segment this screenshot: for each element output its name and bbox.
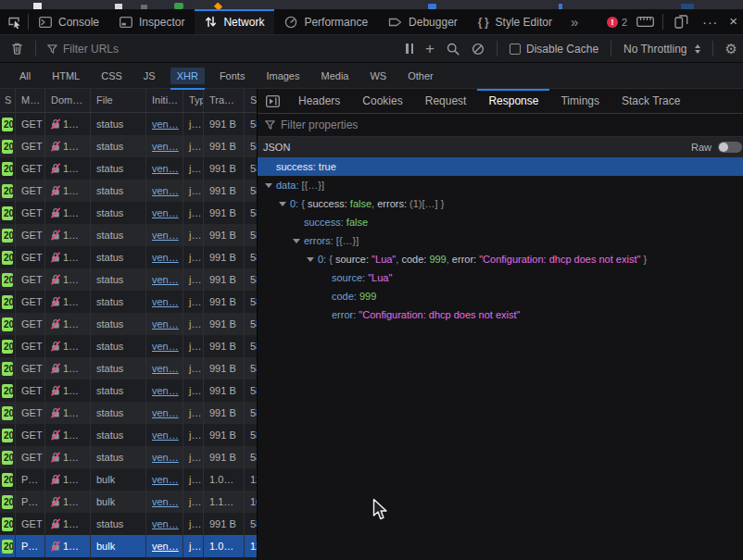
initiator-link[interactable]: ven… <box>152 496 179 507</box>
twisty-icon[interactable] <box>293 231 304 250</box>
throttling-dropdown[interactable]: No Throttling <box>623 43 699 56</box>
column-header[interactable]: Initi… <box>146 89 183 112</box>
tab-style-editor[interactable]: { } Style Editor <box>468 9 562 34</box>
block-requests-button[interactable] <box>472 43 485 56</box>
raw-toggle[interactable] <box>718 142 742 153</box>
request-row[interactable]: 20 P… 1… bulk ven… j… <box>0 491 257 513</box>
tab-debugger[interactable]: Debugger <box>378 9 468 34</box>
initiator-link[interactable]: ven… <box>152 429 179 441</box>
details-tab[interactable]: Timings <box>549 89 611 113</box>
close-devtools-button[interactable]: × <box>727 13 741 31</box>
initiator-link[interactable]: ven… <box>152 541 179 552</box>
initiator-link[interactable]: ven… <box>152 252 179 263</box>
pause-traffic-button[interactable] <box>406 44 413 54</box>
twisty-icon[interactable] <box>265 176 276 194</box>
collapse-details-button[interactable] <box>258 89 287 113</box>
new-request-button[interactable]: + <box>425 44 434 54</box>
type-filter-button[interactable]: JS <box>137 68 162 84</box>
column-header[interactable]: File <box>91 89 146 112</box>
network-settings-button[interactable]: ⚙ <box>725 43 737 56</box>
details-tab[interactable]: Headers <box>287 89 351 113</box>
json-tree-row[interactable]: success: false <box>258 213 743 231</box>
details-tab[interactable]: Stack Trace <box>611 89 691 113</box>
column-header[interactable]: Si <box>245 89 257 112</box>
request-row[interactable]: 20 GET 1… status ven… j… <box>0 268 257 291</box>
column-header[interactable]: Typ <box>183 89 204 112</box>
initiator-link[interactable]: ven… <box>152 230 179 241</box>
request-row[interactable]: 20 GET 1… status ven… j… <box>0 113 257 135</box>
twisty-icon[interactable] <box>307 250 318 268</box>
details-tab[interactable]: Response <box>477 89 549 113</box>
tab-inspector[interactable]: Inspector <box>109 9 195 34</box>
request-row[interactable]: 20 GET 1… status ven… j… <box>0 157 257 180</box>
initiator-link[interactable]: ven… <box>152 318 179 330</box>
request-row[interactable]: 20 GET 1… status ven… j… <box>0 380 257 402</box>
pick-element-button[interactable] <box>0 9 28 34</box>
type-filter-button[interactable]: Images <box>259 68 306 84</box>
json-section-header[interactable]: JSON Raw <box>258 137 743 157</box>
type-filter-button[interactable]: HTML <box>45 68 86 84</box>
request-row[interactable]: 20 GET 1… status ven… j… <box>0 446 257 468</box>
initiator-link[interactable]: ven… <box>152 163 179 174</box>
json-tree-row[interactable]: 0: { source: "Lua", code: 999, error: "C… <box>258 250 743 268</box>
column-header[interactable]: M… <box>16 89 45 112</box>
tab-console[interactable]: Console <box>29 9 109 34</box>
initiator-link[interactable]: ven… <box>152 141 179 152</box>
initiator-link[interactable]: ven… <box>152 296 179 307</box>
json-tree-row[interactable]: data: [{…}] <box>258 176 743 194</box>
request-row[interactable]: 20 GET 1… status ven… j… <box>0 180 257 202</box>
request-row[interactable]: 20 P… 1… bulk ven… j… <box>0 535 257 557</box>
type-filter-button[interactable]: All <box>13 68 37 84</box>
initiator-link[interactable]: ven… <box>152 118 179 130</box>
request-row[interactable]: 20 GET 1… status ven… j… <box>0 335 257 357</box>
initiator-link[interactable]: ven… <box>152 385 179 396</box>
details-tab[interactable]: Cookies <box>351 89 413 113</box>
initiator-link[interactable]: ven… <box>152 207 179 218</box>
rulers-button[interactable] <box>633 9 657 34</box>
responsive-mode-button[interactable] <box>669 9 693 34</box>
request-row[interactable]: 20 GET 1… status ven… j… <box>0 357 257 380</box>
request-row[interactable]: 20 GET 1… status ven… j… <box>0 135 257 157</box>
more-tabs-button[interactable]: » <box>562 9 586 34</box>
request-row[interactable]: 20 P… 1… bulk ven… j… <box>0 468 257 491</box>
type-filter-button[interactable]: Fonts <box>213 68 252 84</box>
json-tree-row[interactable]: errors: [{…}] <box>258 231 743 250</box>
initiator-link[interactable]: ven… <box>152 407 179 418</box>
request-row[interactable]: 20 GET 1… status ven… j… <box>0 291 257 313</box>
error-count-badge[interactable]: ! 2 <box>607 17 627 28</box>
initiator-link[interactable]: ven… <box>152 363 179 374</box>
json-tree-row[interactable]: success: true <box>258 157 743 176</box>
tab-network[interactable]: Network <box>195 9 274 34</box>
column-header[interactable]: Dom… <box>45 89 91 112</box>
column-header[interactable]: Tra… <box>204 89 245 112</box>
column-header[interactable]: S <box>0 89 16 112</box>
request-row[interactable]: 20 GET 1… status ven… j… <box>0 402 257 424</box>
clear-requests-button[interactable] <box>6 42 28 56</box>
initiator-link[interactable]: ven… <box>152 452 179 463</box>
filter-properties-input[interactable]: Filter properties <box>258 114 743 137</box>
json-tree-row[interactable]: error: "Configuration: dhcp does not exi… <box>258 305 743 324</box>
request-row[interactable]: 20 GET 1… status ven… j… <box>0 202 257 224</box>
json-tree-row[interactable]: source: "Lua" <box>258 268 743 287</box>
request-row[interactable]: 20 GET 1… status ven… j… <box>0 313 257 335</box>
initiator-link[interactable]: ven… <box>152 185 179 196</box>
type-filter-button[interactable]: Media <box>314 68 355 84</box>
filter-urls-input[interactable]: Filter URLs <box>47 43 119 56</box>
type-filter-button[interactable]: XHR <box>170 68 205 84</box>
initiator-link[interactable]: ven… <box>152 274 179 285</box>
json-tree-row[interactable]: 0: { success: false, errors: (1)[…] } <box>258 194 743 213</box>
request-row[interactable]: 20 GET 1… status ven… j… <box>0 224 257 246</box>
type-filter-button[interactable]: WS <box>363 68 393 84</box>
type-filter-button[interactable]: CSS <box>94 68 129 84</box>
disable-cache-checkbox[interactable]: Disable Cache <box>510 43 598 56</box>
twisty-icon[interactable] <box>279 194 290 213</box>
initiator-link[interactable]: ven… <box>152 341 179 352</box>
request-row[interactable]: 20 GET 1… status ven… j… <box>0 513 257 535</box>
type-filter-button[interactable]: Other <box>401 68 440 84</box>
search-button[interactable] <box>447 43 460 56</box>
details-tab[interactable]: Request <box>414 89 478 113</box>
tab-performance[interactable]: Performance <box>274 9 378 34</box>
initiator-link[interactable]: ven… <box>152 474 179 485</box>
request-row[interactable]: 20 GET 1… status ven… j… <box>0 424 257 446</box>
json-tree-row[interactable]: code: 999 <box>258 287 743 305</box>
